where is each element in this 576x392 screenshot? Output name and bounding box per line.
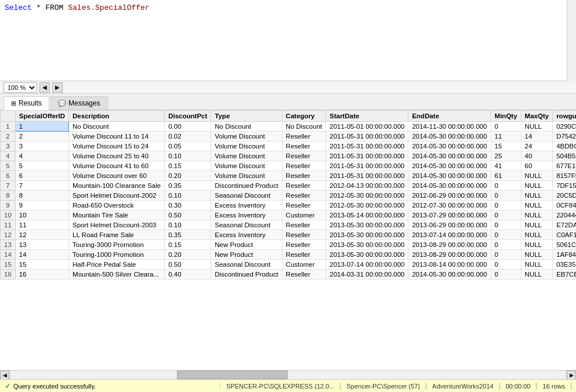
cell-type[interactable]: Volume Discount	[211, 171, 282, 181]
cell-enddate[interactable]: 2012-07-30 00:00:00.000	[408, 201, 491, 210]
scroll-right-arrow[interactable]: ▶	[567, 371, 576, 380]
cell-description[interactable]: Sport Helmet Discount-2003	[69, 220, 165, 230]
table-row[interactable]: 11No Discount0.00No DiscountNo Discount2…	[1, 122, 577, 132]
editor-scrollbar[interactable]	[567, 0, 576, 81]
cell-category[interactable]: No Discount	[282, 122, 326, 132]
table-row[interactable]: 22Volume Discount 11 to 140.02Volume Dis…	[1, 132, 577, 141]
cell-type[interactable]: Seasonal Discount	[211, 260, 282, 270]
row-number[interactable]: 7	[1, 181, 16, 191]
table-row[interactable]: 66Volume Discount over 600.20Volume Disc…	[1, 171, 577, 181]
cell-type[interactable]: New Product	[211, 250, 282, 260]
row-number[interactable]: 2	[1, 132, 16, 141]
cell-enddate[interactable]: 2013-07-14 00:00:00.000	[408, 230, 491, 240]
cell-type[interactable]: Volume Discount	[211, 161, 282, 171]
cell-enddate[interactable]: 2013-08-29 00:00:00.000	[408, 240, 491, 250]
cell-description[interactable]: No Discount	[69, 122, 165, 132]
row-number[interactable]: 10	[1, 210, 16, 220]
cell-enddate[interactable]: 2012-06-29 00:00:00.000	[408, 191, 491, 201]
cell-startdate[interactable]: 2013-05-30 00:00:00.000	[326, 220, 408, 230]
scroll-left-arrow[interactable]: ◀	[0, 371, 9, 380]
cell-description[interactable]: Volume Discount 41 to 60	[69, 161, 165, 171]
table-row[interactable]: 1414Touring-1000 Promotion0.20New Produc…	[1, 250, 577, 260]
table-row[interactable]: 77Mountain-100 Clearance Sale0.35Discont…	[1, 181, 577, 191]
table-row[interactable]: 88Sport Helmet Discount-20020.10Seasonal…	[1, 191, 577, 201]
cell-enddate[interactable]: 2014-05-30 00:00:00.000	[408, 171, 491, 181]
cell-startdate[interactable]: 2013-05-30 00:00:00.000	[326, 230, 408, 240]
row-number[interactable]: 9	[1, 201, 16, 210]
cell-maxqty[interactable]: NULL	[521, 260, 553, 270]
cell-specialofferid[interactable]: 14	[15, 250, 68, 260]
cell-enddate[interactable]: 2014-05-30 00:00:00.000	[408, 151, 491, 161]
cell-specialofferid[interactable]: 2	[15, 132, 68, 141]
row-number[interactable]: 4	[1, 151, 16, 161]
cell-rowguid[interactable]: 8157F569-4	[553, 171, 576, 181]
cell-category[interactable]: Reseller	[282, 230, 326, 240]
cell-minqty[interactable]: 0	[491, 122, 521, 132]
cell-maxqty[interactable]: NULL	[521, 240, 553, 250]
cell-minqty[interactable]: 0	[491, 230, 521, 240]
cell-type[interactable]: No Discount	[211, 122, 282, 132]
cell-description[interactable]: Touring-1000 Promotion	[69, 250, 165, 260]
cell-specialofferid[interactable]: 5	[15, 161, 68, 171]
row-number[interactable]: 8	[1, 191, 16, 201]
cell-minqty[interactable]: 15	[491, 141, 521, 151]
cell-discountpct[interactable]: 0.10	[165, 151, 211, 161]
row-number[interactable]: 3	[1, 141, 16, 151]
cell-enddate[interactable]: 2013-06-29 00:00:00.000	[408, 220, 491, 230]
cell-description[interactable]: Half-Price Pedal Sale	[69, 260, 165, 270]
table-row[interactable]: 99Road-650 Overstock0.30Excess Inventory…	[1, 201, 577, 210]
cell-specialofferid[interactable]: 8	[15, 191, 68, 201]
cell-description[interactable]: Volume Discount 15 to 24	[69, 141, 165, 151]
cell-category[interactable]: Reseller	[282, 151, 326, 161]
cell-description[interactable]: Mountain-500 Silver Cleara...	[69, 270, 165, 280]
cell-startdate[interactable]: 2011-05-01 00:00:00.000	[326, 122, 408, 132]
zoom-select[interactable]: 100 % 50 % 75 % 125 % 150 %	[3, 82, 37, 93]
cell-maxqty[interactable]: NULL	[521, 250, 553, 260]
cell-startdate[interactable]: 2011-05-31 00:00:00.000	[326, 151, 408, 161]
table-row[interactable]: 1111Sport Helmet Discount-20030.10Season…	[1, 220, 577, 230]
cell-minqty[interactable]: 11	[491, 132, 521, 141]
table-row[interactable]: 44Volume Discount 25 to 400.10Volume Dis…	[1, 151, 577, 161]
cell-specialofferid[interactable]: 7	[15, 181, 68, 191]
cell-description[interactable]: Volume Discount 11 to 14	[69, 132, 165, 141]
cell-specialofferid[interactable]: 15	[15, 260, 68, 270]
cell-maxqty[interactable]: NULL	[521, 210, 553, 220]
results-table-wrapper[interactable]: SpecialOfferID Description DiscountPct T…	[0, 110, 576, 370]
cell-enddate[interactable]: 2014-05-30 00:00:00.000	[408, 141, 491, 151]
scroll-track[interactable]	[9, 371, 567, 379]
cell-startdate[interactable]: 2013-07-14 00:00:00.000	[326, 260, 408, 270]
cell-description[interactable]: Volume Discount over 60	[69, 171, 165, 181]
cell-discountpct[interactable]: 0.20	[165, 250, 211, 260]
cell-rowguid[interactable]: 4BDBCC01-	[553, 141, 576, 151]
tab-messages[interactable]: 💬 Messages	[50, 96, 108, 110]
row-number[interactable]: 12	[1, 230, 16, 240]
cell-startdate[interactable]: 2014-03-31 00:00:00.000	[326, 270, 408, 280]
scroll-right-icon[interactable]: ▶	[52, 82, 63, 93]
scroll-thumb[interactable]	[177, 371, 288, 379]
cell-startdate[interactable]: 2011-05-31 00:00:00.000	[326, 141, 408, 151]
cell-enddate[interactable]: 2014-11-30 00:00:00.000	[408, 122, 491, 132]
cell-category[interactable]: Reseller	[282, 132, 326, 141]
cell-category[interactable]: Customer	[282, 260, 326, 270]
cell-startdate[interactable]: 2013-05-14 00:00:00.000	[326, 210, 408, 220]
cell-type[interactable]: Volume Discount	[211, 132, 282, 141]
cell-rowguid[interactable]: C0AF1C89-S	[553, 230, 576, 240]
cell-startdate[interactable]: 2011-05-31 00:00:00.000	[326, 171, 408, 181]
cell-discountpct[interactable]: 0.15	[165, 161, 211, 171]
cell-minqty[interactable]: 0	[491, 201, 521, 210]
cell-category[interactable]: Reseller	[282, 220, 326, 230]
cell-category[interactable]: Reseller	[282, 191, 326, 201]
cell-category[interactable]: Reseller	[282, 240, 326, 250]
cell-category[interactable]: Reseller	[282, 171, 326, 181]
cell-discountpct[interactable]: 0.40	[165, 270, 211, 280]
horizontal-scrollbar[interactable]: ◀ ▶	[0, 370, 576, 379]
row-number[interactable]: 5	[1, 161, 16, 171]
cell-minqty[interactable]: 61	[491, 171, 521, 181]
cell-type[interactable]: New Product	[211, 240, 282, 250]
cell-type[interactable]: Excess Inventory	[211, 201, 282, 210]
cell-category[interactable]: Reseller	[282, 181, 326, 191]
cell-specialofferid[interactable]: 12	[15, 230, 68, 240]
cell-rowguid[interactable]: 1AF84A9E-A	[553, 250, 576, 260]
cell-maxqty[interactable]: 40	[521, 151, 553, 161]
cell-startdate[interactable]: 2013-05-30 00:00:00.000	[326, 240, 408, 250]
